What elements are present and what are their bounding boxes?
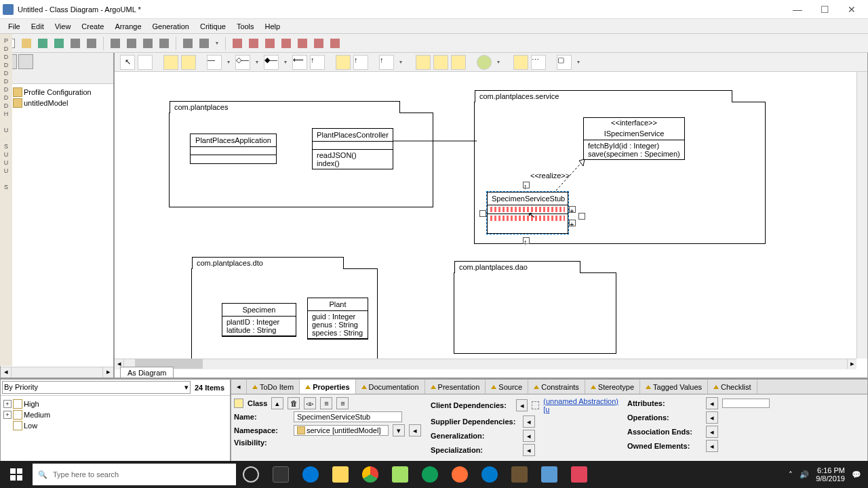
tab-properties[interactable]: Properties bbox=[300, 380, 355, 394]
link-tool[interactable]: ⋯ bbox=[531, 55, 546, 70]
uml-class-plantplacescontroller[interactable]: PlantPlacesController readJSON() index() bbox=[312, 128, 393, 169]
app-sts[interactable] bbox=[505, 461, 534, 488]
namespace-drop[interactable]: ▾ bbox=[393, 424, 405, 436]
interface-tool[interactable] bbox=[336, 55, 351, 70]
tab-constraints[interactable]: Constraints bbox=[528, 380, 585, 394]
notifications-icon[interactable]: 💬 bbox=[852, 470, 861, 479]
realize-tool[interactable]: ↑ bbox=[353, 55, 368, 70]
broom-tool[interactable] bbox=[138, 55, 153, 70]
datatype-tool[interactable] bbox=[477, 55, 492, 70]
op-button[interactable]: ≡ bbox=[336, 397, 349, 409]
nav-up-button[interactable]: ▴ bbox=[271, 397, 283, 409]
uml-package-dto[interactable]: com.plantplaces.dto Specimen plantID : I… bbox=[191, 268, 378, 363]
scroll-left-button[interactable]: ◂ bbox=[1, 367, 12, 378]
tree-item-profile[interactable]: + Profile Configuration bbox=[3, 87, 111, 98]
tree-item-model[interactable]: + untitledModel bbox=[3, 98, 111, 108]
save-button[interactable] bbox=[35, 36, 50, 51]
assoc-tool[interactable]: — bbox=[207, 55, 222, 70]
nav-button[interactable]: ◂ bbox=[523, 444, 535, 456]
comp-drop[interactable] bbox=[281, 59, 290, 65]
nav-button[interactable]: ◂ bbox=[706, 411, 718, 424]
app-vscode[interactable] bbox=[475, 461, 505, 488]
uml-package-service[interactable]: com.plantplaces.service <<interface>> IS… bbox=[474, 102, 766, 244]
tray-icon[interactable]: 🔊 bbox=[800, 470, 809, 479]
find-button[interactable] bbox=[180, 36, 195, 51]
search-box[interactable]: 🔍 Type here to search bbox=[33, 464, 236, 485]
menu-critique[interactable]: Critique bbox=[195, 21, 231, 32]
scrollbar-horizontal[interactable]: ◂ ▸ bbox=[115, 359, 856, 369]
nav-button[interactable]: ◂ bbox=[523, 430, 535, 442]
tab-stereotype[interactable]: Stereotype bbox=[585, 380, 640, 394]
system-tray[interactable]: ˄ 🔊 6:16 PM 9/8/2019 💬 bbox=[782, 466, 868, 483]
note-tool[interactable] bbox=[513, 55, 528, 70]
op-tool[interactable] bbox=[433, 55, 448, 70]
resize-handle[interactable]: ↑ bbox=[523, 237, 530, 244]
diagram-seq-button[interactable] bbox=[328, 36, 342, 51]
delete-button[interactable] bbox=[124, 36, 139, 51]
class-tool[interactable] bbox=[181, 55, 196, 70]
minimize-button[interactable]: — bbox=[784, 1, 811, 18]
diagram-activity-button[interactable] bbox=[279, 36, 294, 51]
dep-tool[interactable]: ↑ bbox=[379, 55, 394, 70]
app-edge[interactable] bbox=[296, 461, 326, 488]
diagram-deploy-button[interactable] bbox=[311, 36, 326, 51]
diagram-usecase-button[interactable] bbox=[246, 36, 261, 51]
priority-low[interactable]: Low bbox=[3, 420, 227, 431]
select-tool[interactable]: ↖ bbox=[120, 55, 135, 70]
zoom-dropdown[interactable] bbox=[213, 40, 221, 46]
tray-expand-icon[interactable]: ˄ bbox=[789, 470, 793, 479]
package-tool[interactable] bbox=[163, 55, 178, 70]
zoom-button[interactable] bbox=[197, 36, 212, 51]
uml-interface-ispecimenservice[interactable]: <<interface>> ISpecimenService fetchById… bbox=[583, 117, 685, 160]
scrollbar-vertical[interactable] bbox=[856, 72, 867, 359]
delete-button[interactable]: 🗑 bbox=[288, 397, 300, 409]
diagram-tab[interactable]: As Diagram bbox=[120, 367, 174, 378]
rect-tool[interactable]: ▢ bbox=[557, 55, 572, 70]
dep-drop[interactable] bbox=[397, 59, 405, 65]
start-button[interactable] bbox=[0, 461, 33, 488]
app-explorer[interactable] bbox=[326, 461, 355, 488]
app-firefox[interactable] bbox=[445, 461, 475, 488]
attributes-field[interactable] bbox=[722, 399, 770, 408]
uml-class-plant[interactable]: Plant guid : Integer genus : String spec… bbox=[307, 298, 368, 340]
menu-generation[interactable]: Generation bbox=[147, 21, 195, 32]
diagram-collab-button[interactable] bbox=[295, 36, 310, 51]
uml-package-dao[interactable]: com.plantplaces.dao bbox=[454, 272, 616, 354]
gen-tool[interactable]: ⟵ bbox=[292, 55, 307, 70]
namespace-nav[interactable]: ◂ bbox=[409, 424, 421, 436]
menu-create[interactable]: Create bbox=[76, 21, 109, 32]
client-dep-link[interactable]: (unnamed Abstraction) [u bbox=[543, 397, 620, 413]
uml-class-specimen[interactable]: Specimen plantID : Integer latitude : St… bbox=[222, 303, 296, 337]
close-button[interactable]: ✕ bbox=[838, 1, 865, 18]
undo-button[interactable] bbox=[108, 36, 123, 51]
maximize-button[interactable]: ☐ bbox=[811, 1, 838, 18]
name-input[interactable] bbox=[294, 411, 402, 422]
comp-tool[interactable]: ◆— bbox=[264, 55, 279, 70]
add-attr-handle[interactable]: + bbox=[569, 206, 576, 213]
uml-class-plantplacesapplication[interactable]: PlantPlacesApplication bbox=[190, 134, 277, 164]
resize-handle[interactable] bbox=[479, 210, 486, 217]
nav-button[interactable]: ◂ bbox=[706, 440, 718, 452]
attr-tool[interactable] bbox=[416, 55, 431, 70]
aggr-tool[interactable]: ◇— bbox=[235, 55, 250, 70]
assoc-drop[interactable] bbox=[224, 59, 233, 65]
priority-dropdown[interactable]: By Priority▾ bbox=[2, 381, 191, 394]
app-recorder[interactable] bbox=[564, 461, 594, 488]
resize-handle[interactable] bbox=[578, 213, 585, 220]
tab-todo[interactable]: ToDo Item bbox=[247, 380, 300, 394]
menu-help[interactable]: Help bbox=[260, 21, 286, 32]
nav-btn[interactable]: ◃▹ bbox=[304, 397, 316, 409]
priority-high[interactable]: +High bbox=[3, 399, 227, 409]
attr-button[interactable]: ≡ bbox=[320, 397, 332, 409]
tab-checklist[interactable]: Checklist bbox=[708, 380, 757, 394]
priority-medium[interactable]: +Medium bbox=[3, 409, 227, 420]
tab-presentation[interactable]: Presentation bbox=[425, 380, 486, 394]
menu-file[interactable]: File bbox=[3, 21, 26, 32]
project-button[interactable] bbox=[68, 36, 83, 51]
perspective-button[interactable]: » bbox=[1, 72, 113, 84]
uml-package-plantplaces[interactable]: com.plantplaces PlantPlacesApplication P… bbox=[169, 113, 433, 207]
app-hangouts[interactable] bbox=[415, 461, 445, 488]
assocclass-tool[interactable] bbox=[451, 55, 466, 70]
open-button[interactable] bbox=[19, 36, 34, 51]
app-notes[interactable] bbox=[385, 461, 415, 488]
